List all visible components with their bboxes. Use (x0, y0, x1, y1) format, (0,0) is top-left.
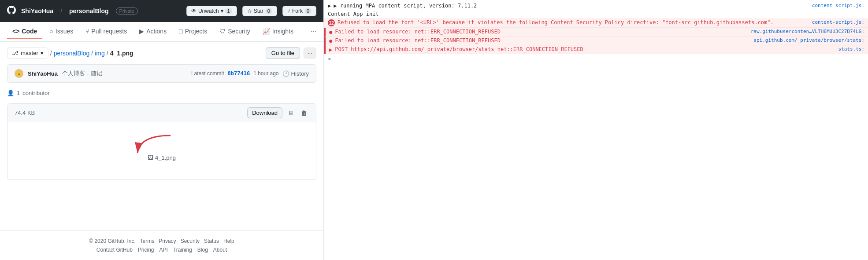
fork-button[interactable]: ⑂ Fork 0 (282, 6, 316, 16)
star-label: Star (254, 8, 263, 14)
display-mode-button[interactable]: 🖥 (286, 108, 296, 118)
log-line: ● Failed to load resource: net::ERR_CONN… (324, 28, 868, 37)
footer-link-contact[interactable]: Contact GitHub (96, 247, 133, 253)
breadcrumb-repo-link[interactable]: personalBlog (54, 50, 90, 57)
breadcrumb-sep1: / (91, 50, 93, 57)
footer-row2: Contact GitHub Pricing API Training Blog… (7, 247, 316, 253)
tab-issues[interactable]: ○ Issues (44, 24, 78, 39)
log-text: Content App init (328, 11, 864, 17)
tab-issues-label: Issues (56, 28, 73, 35)
devtools-panel: ▶ ▶ running MPA content script, version:… (324, 0, 868, 260)
branch-select[interactable]: ⎇ master ▾ (7, 48, 48, 59)
tab-pr-label: Pull requests (91, 28, 127, 35)
console-prompt[interactable]: > (324, 54, 868, 64)
tab-insights-label: Insights (272, 28, 293, 35)
tab-actions[interactable]: ▶ Actions (134, 24, 172, 39)
history-link[interactable]: 🕐 History (282, 70, 309, 77)
log-text: Failed to load resource: net::ERR_CONNEC… (335, 29, 750, 35)
tab-security[interactable]: 🛡 Security (214, 24, 256, 39)
security-icon: 🛡 (219, 28, 226, 35)
star-icon: ☆ (247, 8, 252, 14)
breadcrumb-img-link[interactable]: img (95, 50, 105, 57)
commit-left: 🙂 ShiYaoHua 个人博客，随记 (15, 69, 102, 78)
repo-owner-link[interactable]: ShiYaoHua (21, 7, 53, 15)
footer-link-pricing[interactable]: Pricing (138, 247, 154, 253)
github-logo-icon (7, 6, 16, 17)
footer-link-about[interactable]: About (213, 247, 227, 253)
file-actions: Download 🖥 🗑 (247, 107, 309, 118)
history-icon: 🕐 (282, 70, 289, 77)
log-line: ● Failed to load resource: net::ERR_CONN… (324, 37, 868, 45)
triangle-icon: ▶ (329, 47, 332, 53)
breadcrumb-file: 4_1.png (110, 50, 134, 57)
commit-time: 1 hour ago (253, 70, 278, 77)
breadcrumb-more-button[interactable]: ··· (304, 48, 316, 59)
arrow-icon: ▶ (328, 3, 331, 9)
star-button[interactable]: ☆ Star 0 (242, 6, 277, 16)
footer-link-blog[interactable]: Blog (197, 247, 208, 253)
log-source: content-script.js: (812, 3, 864, 8)
breadcrumb: ⎇ master ▾ / personalBlog / img / 4_1.pn… (7, 48, 134, 59)
history-label: History (291, 70, 309, 77)
error-icon: ● (329, 38, 332, 44)
commit-message: 个人博客，随记 (62, 70, 102, 77)
footer-link-help[interactable]: Help (223, 238, 234, 244)
tab-security-label: Security (228, 28, 250, 35)
tab-projects[interactable]: □ Projects (174, 24, 212, 39)
top-nav: ShiYaoHua / personalBlog Private 👁 Unwat… (0, 0, 323, 22)
devtools-console: ▶ ▶ running MPA content script, version:… (324, 0, 868, 260)
log-source: content-script.js: (812, 19, 864, 25)
repo-tabs: <> Code ○ Issues ⑂ Pull requests ▶ Actio… (0, 22, 323, 42)
private-badge: Private (116, 7, 138, 15)
unwatch-label: Unwatch (198, 8, 219, 14)
commit-author[interactable]: ShiYaoHua (28, 70, 58, 77)
tab-code-label: Code (22, 28, 37, 35)
unwatch-button[interactable]: 👁 Unwatch ▾ 1 (186, 6, 237, 16)
log-source: api.github.com/_private/browser/stats: (753, 37, 864, 43)
footer-link-api[interactable]: API (160, 247, 168, 253)
fork-label: Fork (292, 8, 303, 14)
footer-link-training[interactable]: Training (173, 247, 192, 253)
log-text: POST https://api.github.com/_private/bro… (335, 46, 838, 52)
footer-link-status[interactable]: Status (204, 238, 219, 244)
avatar: 🙂 (15, 69, 23, 78)
nav-slash: / (60, 7, 62, 15)
log-text: ▶ running MPA content script, version: 7… (334, 3, 812, 9)
unwatch-count: 1 (225, 8, 232, 14)
contributors-bar: 👤 1 contributor (7, 86, 316, 100)
pr-icon: ⑂ (85, 28, 89, 35)
nav-slash2: / (50, 50, 52, 57)
log-line: ▶ ▶ running MPA content script, version:… (324, 2, 868, 10)
footer-link-privacy[interactable]: Privacy (159, 238, 176, 244)
tab-insights[interactable]: 📈 Insights (257, 24, 299, 39)
prompt-symbol: > (328, 56, 331, 62)
file-header: 74.4 KB Download 🖥 🗑 (7, 104, 316, 122)
footer-link-terms[interactable]: Terms (140, 238, 155, 244)
fork-count: 0 (304, 8, 312, 14)
log-text-error: Refused to load the font '<URL>' because… (338, 19, 812, 26)
left-panel: ShiYaoHua / personalBlog Private 👁 Unwat… (0, 0, 324, 260)
repo-name-link[interactable]: personalBlog (69, 7, 108, 15)
delete-file-button[interactable]: 🗑 (299, 108, 309, 118)
tabs-more-button[interactable]: ··· (311, 28, 316, 36)
error-badge: 12 (328, 19, 335, 26)
branch-name: master (21, 50, 38, 56)
download-button[interactable]: Download (247, 107, 282, 118)
footer-copyright: © 2020 GitHub, Inc. Terms Privacy Securi… (7, 238, 316, 244)
commit-prefix: Latest commit (191, 70, 224, 77)
eye-icon: 👁 (191, 8, 197, 14)
footer-link-security[interactable]: Security (181, 238, 200, 244)
code-icon: <> (12, 28, 19, 35)
tab-projects-label: Projects (185, 28, 208, 35)
tab-code[interactable]: <> Code (7, 24, 42, 39)
goto-file-button[interactable]: Go to file (266, 47, 300, 59)
issues-icon: ○ (49, 28, 53, 35)
contributor-label: contributor (22, 90, 49, 96)
breadcrumb-actions: Go to file ··· (266, 47, 316, 59)
log-text: Failed to load resource: net::ERR_CONNEC… (335, 37, 753, 44)
commit-hash[interactable]: 8b77416 (228, 70, 250, 77)
tab-pull-requests[interactable]: ⑂ Pull requests (80, 24, 132, 39)
arrow-indicator (113, 133, 184, 164)
log-line: Content App init (324, 10, 868, 18)
log-line-error: 12 Refused to load the font '<URL>' beca… (324, 18, 868, 28)
